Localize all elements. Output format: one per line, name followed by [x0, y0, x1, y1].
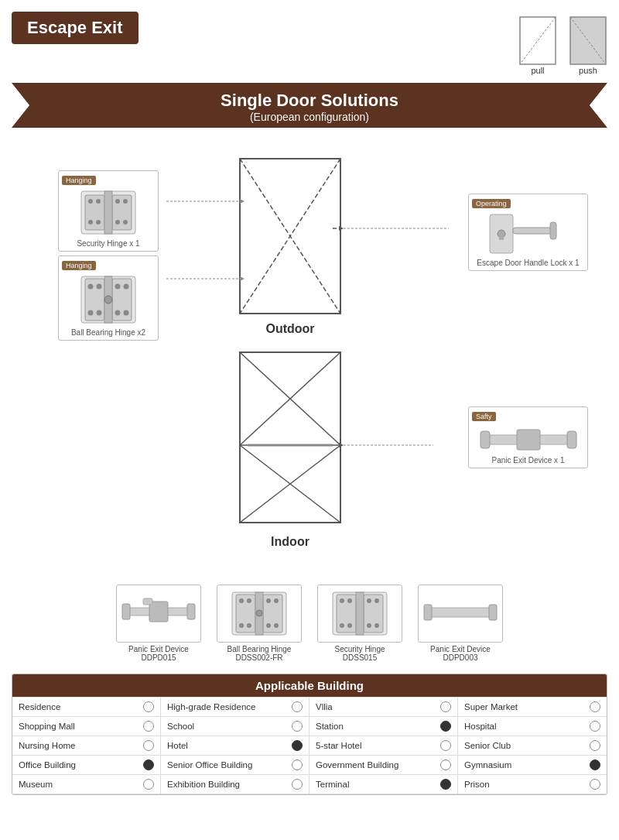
svg-point-81	[347, 598, 352, 603]
banner-section: Single Door Solutions (European configur…	[12, 83, 607, 128]
svg-rect-39	[112, 279, 132, 321]
svg-rect-58	[517, 430, 540, 450]
svg-point-34	[115, 220, 120, 225]
svg-rect-52	[550, 222, 556, 239]
page: Escape Exit pull push	[0, 0, 619, 840]
product-box-3	[418, 585, 503, 643]
title-banner: Escape Exit	[12, 12, 139, 44]
circle-indicator-17	[292, 779, 303, 790]
product-name-2: Security Hinge	[334, 645, 385, 653]
svg-rect-89	[426, 608, 495, 617]
building-name-16: Museum	[19, 780, 139, 789]
building-name-2: Vllia	[316, 702, 436, 711]
product-box-1	[217, 585, 302, 643]
page-title: Escape Exit	[27, 18, 123, 37]
svg-point-35	[123, 220, 128, 225]
applicable-cell-17: Exhibition Building	[161, 775, 310, 794]
circle-indicator-3	[590, 701, 600, 712]
svg-point-30	[88, 220, 93, 225]
building-name-8: Nursing Home	[19, 741, 139, 750]
applicable-cell-10: 5-star Hotel	[310, 736, 458, 756]
products-row: Panic Exit Device DDPD015	[12, 585, 607, 662]
svg-line-5	[240, 159, 340, 314]
building-name-3: Super Market	[464, 702, 586, 711]
applicable-cell-13: Senior Office Building	[161, 756, 310, 775]
handle-box: Operating Escape Door Handle Lock x 1	[468, 194, 588, 271]
svg-point-32	[115, 199, 120, 204]
svg-point-74	[274, 623, 279, 628]
svg-point-67	[239, 598, 244, 603]
product-item-0: Panic Exit Device DDPD015	[116, 585, 201, 662]
push-door-icon: push	[569, 15, 607, 75]
svg-marker-8	[339, 226, 344, 231]
svg-point-84	[367, 598, 371, 603]
applicable-cell-1: High-grade Residence	[161, 698, 310, 717]
banner-title: Single Door Solutions	[12, 91, 607, 111]
svg-rect-61	[187, 604, 195, 619]
svg-point-69	[239, 623, 244, 628]
applicable-header: Applicable Building	[12, 674, 607, 697]
applicable-cell-2: Vllia	[310, 698, 458, 717]
product-box-0	[116, 585, 201, 643]
building-name-12: Office Building	[19, 760, 139, 770]
product-code-1: DDSS002-FR	[235, 653, 282, 662]
svg-point-49	[104, 296, 112, 303]
applicable-grid: ResidenceHigh-grade ResidenceVlliaSuper …	[12, 697, 607, 794]
diagram-inner: Outdoor Indoor	[15, 143, 604, 577]
product-name-3: Panic Exit Device	[430, 645, 491, 653]
handle-label: Escape Door Handle Lock x 1	[472, 259, 584, 267]
applicable-cell-16: Museum	[12, 775, 161, 794]
product-box-2	[317, 585, 402, 643]
svg-line-17	[240, 352, 340, 445]
applicable-cell-4: Shopping Mall	[12, 717, 161, 736]
pull-label: pull	[531, 66, 544, 75]
building-name-10: 5-star Hotel	[316, 741, 436, 750]
applicable-cell-7: Hospital	[458, 717, 607, 736]
svg-rect-90	[424, 605, 432, 620]
applicable-cell-12: Office Building	[12, 756, 161, 775]
svg-point-80	[340, 598, 344, 603]
building-name-18: Terminal	[316, 780, 436, 789]
product-code-0: DDPD015	[141, 653, 176, 662]
building-name-17: Exhibition Building	[167, 780, 288, 789]
panic-label: Panic Exit Device x 1	[472, 456, 584, 465]
panic-tag: Safty	[472, 412, 496, 421]
svg-point-71	[266, 598, 271, 603]
circle-indicator-5	[292, 721, 303, 732]
svg-rect-65	[236, 595, 255, 633]
svg-point-28	[88, 199, 93, 204]
circle-indicator-8	[143, 740, 154, 751]
svg-point-68	[247, 598, 251, 603]
applicable-cell-0: Residence	[12, 698, 161, 717]
svg-line-19	[240, 445, 340, 523]
building-name-5: School	[167, 722, 288, 731]
building-name-9: Hotel	[167, 741, 288, 750]
circle-indicator-10	[440, 740, 451, 751]
svg-rect-79	[364, 595, 383, 633]
header-row: Escape Exit pull push	[12, 12, 607, 75]
svg-point-43	[97, 310, 102, 316]
circle-indicator-15	[590, 759, 600, 770]
security-hinge-box: Hanging Security Hinge x 1	[58, 170, 159, 252]
applicable-cell-19: Prison	[458, 775, 607, 794]
svg-point-29	[96, 199, 101, 204]
circle-indicator-0	[143, 701, 154, 712]
svg-marker-22	[339, 443, 344, 447]
svg-rect-51	[513, 228, 556, 234]
svg-rect-54	[499, 234, 504, 240]
door-icons: pull push	[518, 12, 607, 75]
applicable-cell-11: Senior Club	[458, 736, 607, 756]
building-name-0: Residence	[19, 702, 139, 711]
circle-indicator-16	[143, 779, 154, 790]
svg-point-40	[88, 284, 94, 290]
svg-text:Outdoor: Outdoor	[265, 322, 314, 335]
svg-point-45	[124, 284, 129, 290]
svg-marker-11	[240, 199, 245, 204]
applicable-cell-15: Gymnasium	[458, 756, 607, 775]
product-name-0: Panic Exit Device	[128, 645, 189, 653]
building-name-14: Government Building	[316, 760, 436, 770]
svg-point-47	[124, 310, 129, 316]
circle-indicator-14	[440, 759, 451, 770]
circle-indicator-6	[440, 721, 451, 732]
push-label: push	[579, 66, 597, 75]
